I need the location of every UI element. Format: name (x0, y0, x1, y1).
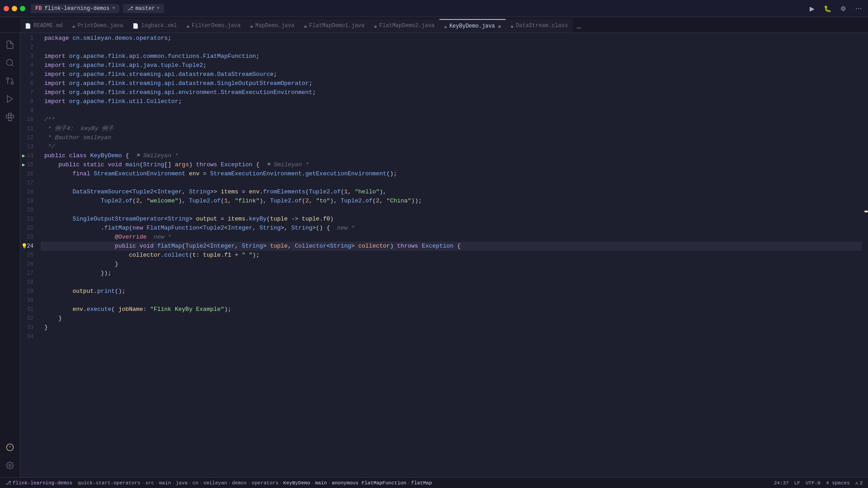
line-num-25: 25 (20, 251, 37, 260)
flatmapdemo2-icon: ☕ (374, 23, 377, 29)
line-num-9: 9 (20, 106, 37, 115)
status-position[interactable]: 24:37 (772, 480, 791, 486)
project-name: flink-learning-demos (44, 5, 109, 12)
code-line-2 (41, 43, 862, 52)
breadcrumb-class[interactable]: KeyByDemo (283, 480, 310, 486)
code-line-32: } (41, 314, 862, 323)
line-num-5: 5 (20, 70, 37, 79)
breadcrumb-anon[interactable]: anonymous FlatMapFunction (332, 480, 406, 486)
git-branch-icon: ⎇ (5, 480, 11, 486)
keybydemo-icon: ☕ (444, 23, 447, 29)
status-line-ending[interactable]: LF (793, 480, 802, 486)
breadcrumb-project[interactable]: quick-start-operators (78, 480, 141, 486)
branch-badge[interactable]: ⎇ master ▼ (123, 4, 164, 13)
tab-readme-label: README.md (33, 23, 63, 29)
line-num-13: 13 (20, 142, 37, 151)
more-actions-button[interactable]: ⋯ (853, 4, 864, 14)
tab-readme[interactable]: 📄 README.md (20, 19, 68, 33)
breadcrumb-demos[interactable]: demos (232, 480, 247, 486)
warn-gutter-24: 💡 (21, 242, 28, 251)
project-title[interactable]: FD flink-learning-demos ▼ (31, 4, 119, 13)
tab-printdemo[interactable]: ☕ PrintDemo.java (68, 19, 128, 33)
tab-datastream-label: DataStream.class (516, 23, 568, 29)
svg-point-0 (7, 60, 13, 66)
code-line-19: Tuple2.of(2, "welcome"), Tuple2.of(1, "f… (41, 197, 862, 206)
line-num-18: 18 (20, 188, 37, 197)
maximize-dot[interactable] (20, 6, 25, 11)
breadcrumb: quick-start-operators › src › main › jav… (78, 480, 432, 486)
line-num-32: 32 (20, 314, 37, 323)
svg-rect-9 (9, 118, 12, 121)
files-icon[interactable] (2, 37, 18, 53)
code-line-23: @Override new * (41, 233, 862, 242)
breadcrumb-main[interactable]: main (159, 480, 171, 486)
tab-filterdemo[interactable]: ☕ FilterDemo.java (182, 19, 245, 33)
line-num-26: 26 (20, 260, 37, 269)
extensions-icon[interactable] (2, 109, 18, 125)
breadcrumb-flatmap[interactable]: flatMap (411, 480, 432, 486)
settings-icon[interactable] (2, 457, 18, 474)
breadcrumb-cn[interactable]: cn (193, 480, 198, 486)
close-dot[interactable] (4, 6, 9, 11)
code-line-15: public static void main(String[] args) t… (41, 160, 862, 169)
svg-marker-5 (7, 96, 13, 103)
line-num-21: 21 (20, 215, 37, 224)
tab-bar: 📄 README.md ☕ PrintDemo.java 📄 logback.x… (0, 17, 868, 33)
status-warnings[interactable]: ⚠ 2 (854, 480, 864, 486)
status-encoding[interactable]: UTF-8 (804, 480, 822, 486)
tab-keybydemo-label: KeyByDemo.java (449, 23, 495, 29)
breadcrumb-java[interactable]: java (176, 480, 188, 486)
git-project-name: flink-learning-demos (13, 480, 72, 486)
line-num-3: 3 (20, 52, 37, 61)
title-bar: FD flink-learning-demos ▼ ⎇ master ▼ ▶ 🐛… (0, 0, 868, 17)
line-num-31: 31 (20, 305, 37, 314)
breadcrumb-method-main[interactable]: main (315, 480, 327, 486)
line-num-20: 20 (20, 206, 37, 215)
warning-count: 2 (859, 480, 863, 486)
ide-settings-button[interactable]: ⚙ (838, 4, 849, 14)
run-gutter-14: ▶ (22, 151, 25, 160)
search-icon[interactable] (2, 55, 18, 71)
line-num-29: 29 (20, 287, 37, 296)
encoding-label: UTF-8 (806, 480, 821, 486)
svg-rect-7 (11, 115, 14, 118)
run-gutter-15: ▶ (22, 160, 25, 169)
status-indent[interactable]: 4 spaces (824, 480, 852, 486)
breadcrumb-smileyan[interactable]: smileyan (203, 480, 227, 486)
status-git-branch[interactable]: ⎇ flink-learning-demos (4, 480, 74, 486)
line-num-6: 6 (20, 79, 37, 88)
branch-dropdown-icon[interactable]: ▼ (157, 6, 160, 11)
code-content[interactable]: package cn.smileyan.demos.operators; imp… (41, 33, 862, 477)
run-button[interactable]: ▶ (807, 4, 817, 14)
tab-flatmapdemo2[interactable]: ☕ FlatMapDemo2.java (369, 19, 439, 33)
activity-bar (0, 33, 20, 477)
minimize-dot[interactable] (12, 6, 17, 11)
main-layout: 1 2 3 4 5 6 7 8 9 10 11 12 13 ▶ 14 ▶ (0, 33, 868, 477)
project-dropdown-icon[interactable]: ▼ (112, 6, 115, 11)
breadcrumb-src[interactable]: src (145, 480, 154, 486)
run-debug-icon[interactable] (2, 91, 18, 107)
line-num-12: 12 (20, 133, 37, 142)
tab-flatmapdemo1[interactable]: ☕ FlatMapDemo1.java (299, 19, 369, 33)
problems-icon[interactable] (2, 439, 18, 455)
datastream-icon: ☕ (510, 23, 514, 29)
code-line-27: }); (41, 269, 862, 278)
flatmapdemo1-icon: ☕ (304, 23, 307, 29)
status-breadcrumb: quick-start-operators › src › main › jav… (76, 480, 434, 486)
code-line-34 (41, 332, 862, 341)
line-num-14[interactable]: ▶ 14 (20, 151, 37, 160)
tab-overflow-button[interactable]: ⋯ (573, 23, 585, 33)
code-line-13: */ (41, 142, 862, 151)
tab-logback[interactable]: 📄 logback.xml (128, 19, 182, 33)
debug-button[interactable]: 🐛 (821, 4, 834, 14)
tab-keybydemo-close[interactable]: ✕ (498, 23, 501, 29)
tab-datastream[interactable]: ☕ DataStream.class (506, 19, 573, 33)
breadcrumb-operators[interactable]: operators (252, 480, 278, 486)
git-icon[interactable] (2, 73, 18, 89)
warning-indicator (864, 211, 868, 212)
tab-flatmapdemo1-label: FlatMapDemo1.java (309, 23, 364, 29)
code-line-16: final StreamExecutionEnvironment env = S… (41, 169, 862, 178)
line-num-15[interactable]: ▶ 15 (20, 160, 37, 169)
tab-keybydemo[interactable]: ☕ KeyByDemo.java ✕ (439, 19, 506, 33)
tab-mapdemo[interactable]: ☕ MapDemo.java (245, 19, 299, 33)
